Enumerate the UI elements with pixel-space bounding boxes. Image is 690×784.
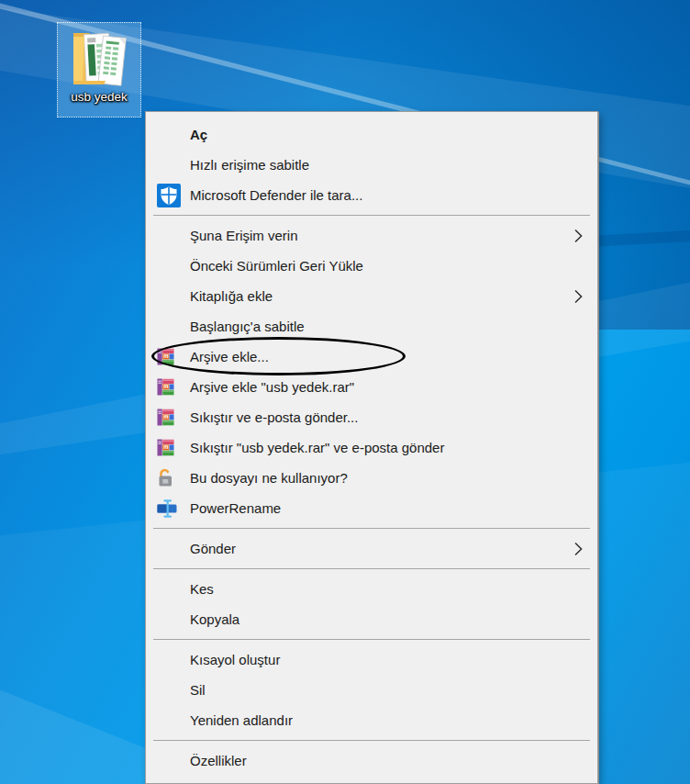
menu-item-restore-previous-versions[interactable]: Önceki Sürümleri Geri Yükle <box>148 251 595 281</box>
menu-item-create-shortcut[interactable]: Kısayol oluştur <box>148 644 595 675</box>
menu-item-label: Sıkıştır ve e-posta gönder... <box>190 409 358 425</box>
menu-item-label: Kısayol oluştur <box>190 652 280 667</box>
menu-item-label: Başlangıç'a sabitle <box>190 319 305 334</box>
menu-separator <box>153 740 590 741</box>
lock-icon <box>157 468 190 488</box>
menu-item-label: Şuna Erişim verin <box>190 228 298 243</box>
menu-item-scan-with-defender[interactable]: Microsoft Defender ile tara... <box>148 180 595 210</box>
menu-item-powerrename[interactable]: PowerRename <box>148 493 595 523</box>
menu-item-add-to-archive-named[interactable]: Arşive ekle "usb yedek.rar" <box>148 372 595 402</box>
menu-item-pin-to-start[interactable]: Başlangıç'a sabitle <box>148 311 595 342</box>
menu-item-compress-named-and-email[interactable]: Sıkıştır "usb yedek.rar" ve e-posta gönd… <box>148 432 595 463</box>
menu-item-give-access-to[interactable]: Şuna Erişim verin <box>148 220 595 251</box>
menu-item-label: Bu dosyayı ne kullanıyor? <box>190 470 348 486</box>
desktop-background[interactable]: usb yedek AçHızlı erişime sabitleMicroso… <box>0 0 690 784</box>
menu-separator <box>153 528 590 529</box>
menu-item-copy[interactable]: Kopyala <box>148 604 595 634</box>
winrar-icon <box>157 378 190 396</box>
defender-icon <box>157 184 190 207</box>
winrar-icon <box>157 409 190 426</box>
chevron-right-icon <box>574 229 583 243</box>
menu-separator <box>153 639 590 640</box>
menu-item-label: Arşive ekle... <box>190 349 269 364</box>
desktop-icon-usb-yedek[interactable]: usb yedek <box>57 22 141 118</box>
menu-item-label: Gönder <box>190 541 236 556</box>
winrar-icon <box>157 439 190 456</box>
menu-item-delete[interactable]: Sil <box>148 675 595 705</box>
menu-item-open[interactable]: Aç <box>148 119 595 150</box>
chevron-right-icon <box>574 289 583 304</box>
menu-item-label: Aç <box>190 127 207 142</box>
menu-item-include-in-library[interactable]: Kitaplığa ekle <box>148 281 595 311</box>
menu-item-send-to[interactable]: Gönder <box>148 533 595 564</box>
winrar-icon <box>157 348 190 365</box>
menu-item-label: Kitaplığa ekle <box>190 288 273 304</box>
menu-separator <box>153 568 590 569</box>
menu-item-label: Hızlı erişime sabitle <box>190 157 309 173</box>
menu-item-label: Yeniden adlandır <box>190 712 293 728</box>
powerrename-icon <box>157 499 190 518</box>
menu-item-properties[interactable]: Özellikler <box>148 745 595 776</box>
menu-item-label: PowerRename <box>190 500 281 516</box>
folder-icon <box>71 26 128 90</box>
menu-item-label: Kes <box>190 581 214 597</box>
menu-item-add-to-archive[interactable]: Arşive ekle... <box>148 342 595 372</box>
menu-separator <box>153 215 590 216</box>
menu-item-label: Sil <box>190 682 206 698</box>
menu-item-label: Sıkıştır "usb yedek.rar" ve e-posta gönd… <box>190 440 444 455</box>
menu-item-label: Önceki Sürümleri Geri Yükle <box>190 258 363 274</box>
menu-item-compress-and-email[interactable]: Sıkıştır ve e-posta gönder... <box>148 402 595 432</box>
desktop-icon-label: usb yedek <box>71 90 128 104</box>
menu-item-cut[interactable]: Kes <box>148 574 595 604</box>
menu-item-pin-to-quick-access[interactable]: Hızlı erişime sabitle <box>148 150 595 180</box>
menu-item-label: Arşive ekle "usb yedek.rar" <box>190 379 354 395</box>
menu-item-label: Microsoft Defender ile tara... <box>190 187 362 203</box>
menu-item-what-is-using-this-file[interactable]: Bu dosyayı ne kullanıyor? <box>148 463 595 493</box>
menu-item-rename[interactable]: Yeniden adlandır <box>148 705 595 735</box>
menu-item-label: Kopyala <box>190 611 239 627</box>
chevron-right-icon <box>574 542 583 556</box>
menu-item-label: Özellikler <box>190 753 247 768</box>
context-menu: AçHızlı erişime sabitleMicrosoft Defende… <box>145 111 598 784</box>
